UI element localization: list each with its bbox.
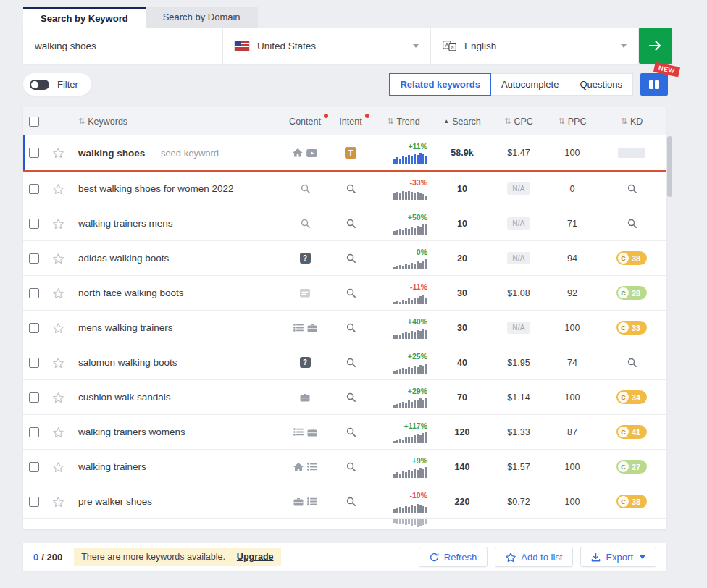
kd-cell: C28 (597, 276, 666, 310)
keyword-search-input[interactable] (35, 41, 211, 51)
header-cpc[interactable]: CPC (514, 117, 532, 127)
keyword-cell: mens walking trainers (71, 311, 281, 345)
kd-grade-icon: C (618, 496, 629, 507)
intent-search-icon[interactable] (346, 462, 356, 471)
toggle-off-icon (30, 80, 49, 90)
favorite-cell (45, 311, 71, 345)
intent-cell (329, 415, 372, 449)
ppc-cell: 74 (548, 345, 597, 379)
row-checkbox[interactable] (29, 358, 39, 368)
row-checkbox[interactable] (29, 219, 39, 229)
keyword-text[interactable]: mens walking trainers (78, 322, 173, 333)
favorite-star-icon[interactable] (53, 323, 64, 333)
language-select[interactable]: Aa English (431, 28, 639, 64)
ppc-cell: 92 (548, 276, 597, 310)
sort-ascending-icon: ▲ (443, 118, 449, 125)
columns-settings-button[interactable]: NEW (640, 73, 668, 96)
row-checkbox[interactable] (29, 497, 39, 507)
header-search[interactable]: Search (452, 117, 481, 127)
star-icon (506, 553, 516, 562)
vertical-scrollbar[interactable] (667, 109, 672, 532)
row-checkbox[interactable] (29, 253, 39, 264)
header-intent[interactable]: Intent (339, 117, 361, 127)
header-kd[interactable]: KD (630, 117, 643, 127)
favorite-star-icon[interactable] (53, 148, 64, 158)
intent-search-icon[interactable] (346, 427, 356, 437)
favorite-star-icon[interactable] (53, 392, 64, 403)
ppc-cell: 100 (548, 311, 597, 345)
kd-cell: C33 (597, 311, 666, 345)
keyword-text[interactable]: cushion walk sandals (78, 392, 171, 403)
intent-search-icon[interactable] (346, 358, 356, 367)
row-checkbox[interactable] (29, 323, 39, 333)
view-questions[interactable]: Questions (569, 73, 633, 96)
header-trend[interactable]: Trend (397, 117, 420, 127)
row-checkbox[interactable] (29, 184, 39, 194)
keyword-text[interactable]: walking trainers (78, 461, 146, 472)
row-checkbox[interactable] (29, 392, 39, 403)
trend-percent: -10% (409, 491, 427, 500)
tab-search-by-keyword[interactable]: Search by Keyword (23, 7, 146, 28)
kd-search-icon[interactable] (627, 184, 637, 193)
intent-search-icon[interactable] (346, 288, 356, 298)
checkbox-cell (23, 484, 45, 518)
intent-search-icon[interactable] (346, 392, 356, 402)
favorite-star-icon[interactable] (53, 219, 64, 229)
briefcase-icon (307, 324, 317, 332)
keyword-text[interactable]: adidas walking boots (78, 253, 169, 264)
add-to-list-button[interactable]: Add to list (495, 547, 573, 567)
favorite-star-icon[interactable] (53, 427, 64, 437)
favorite-star-icon[interactable] (53, 253, 64, 264)
kd-cell: C38 (597, 241, 666, 275)
table-header: ⇅Keywords Content Intent ⇅Trend ▲Search … (23, 107, 666, 135)
table-row: best walking shoes for women 2022-33%10N… (23, 172, 666, 206)
checkbox-cell (23, 380, 45, 414)
kd-search-icon[interactable] (627, 219, 637, 228)
keyword-text[interactable]: walking trainers mens (78, 218, 173, 229)
add-to-list-label: Add to list (521, 552, 562, 563)
keyword-text[interactable]: pre walker shoes (78, 496, 152, 507)
row-checkbox[interactable] (29, 427, 39, 437)
keyword-text[interactable]: north face walking boots (78, 287, 184, 298)
favorite-star-icon[interactable] (53, 462, 64, 472)
country-select[interactable]: United States (223, 28, 431, 64)
question-badge-icon: ? (300, 357, 311, 368)
keyword-text[interactable]: walking shoes (78, 148, 145, 159)
select-all-checkbox[interactable] (29, 117, 39, 127)
keyword-text[interactable]: walking trainers womens (78, 427, 185, 437)
upgrade-link[interactable]: Upgrade (237, 552, 274, 562)
intent-search-icon[interactable] (346, 497, 356, 506)
favorite-star-icon[interactable] (53, 184, 64, 194)
trend-sparkline (393, 519, 427, 529)
header-ppc[interactable]: PPC (568, 117, 587, 127)
kd-search-icon[interactable] (627, 358, 637, 367)
checkbox-cell (23, 311, 45, 345)
kd-cell: C27 (597, 450, 666, 484)
favorite-star-icon[interactable] (53, 288, 64, 298)
refresh-button[interactable]: Refresh (419, 547, 488, 567)
trend-sparkline (393, 327, 427, 339)
keyword-text[interactable]: salomon walking boots (78, 357, 177, 368)
intent-search-icon[interactable] (346, 323, 356, 332)
header-content[interactable]: Content (289, 117, 321, 127)
trend-percent: +50% (408, 213, 427, 222)
row-checkbox[interactable] (29, 148, 39, 158)
kd-value: 38 (632, 254, 640, 263)
export-button[interactable]: Export (580, 547, 656, 567)
trend-cell: -10% (372, 484, 435, 518)
filter-toggle[interactable]: Filter (23, 73, 91, 96)
favorite-star-icon[interactable] (53, 497, 64, 507)
view-autocomplete[interactable]: Autocomplete (491, 73, 570, 96)
favorite-star-icon[interactable] (53, 358, 64, 368)
search-submit-button[interactable] (639, 28, 672, 64)
row-checkbox[interactable] (29, 288, 39, 298)
intent-search-icon[interactable] (346, 184, 356, 193)
intent-search-icon[interactable] (346, 219, 356, 228)
intent-search-icon[interactable] (346, 253, 356, 263)
scrollbar-thumb[interactable] (667, 136, 672, 197)
keyword-text[interactable]: best walking shoes for women 2022 (78, 183, 234, 194)
tab-search-by-domain[interactable]: Search by Domain (146, 7, 258, 28)
header-keywords[interactable]: Keywords (88, 117, 127, 127)
view-related-keywords[interactable]: Related keywords (389, 73, 491, 96)
row-checkbox[interactable] (29, 462, 39, 472)
